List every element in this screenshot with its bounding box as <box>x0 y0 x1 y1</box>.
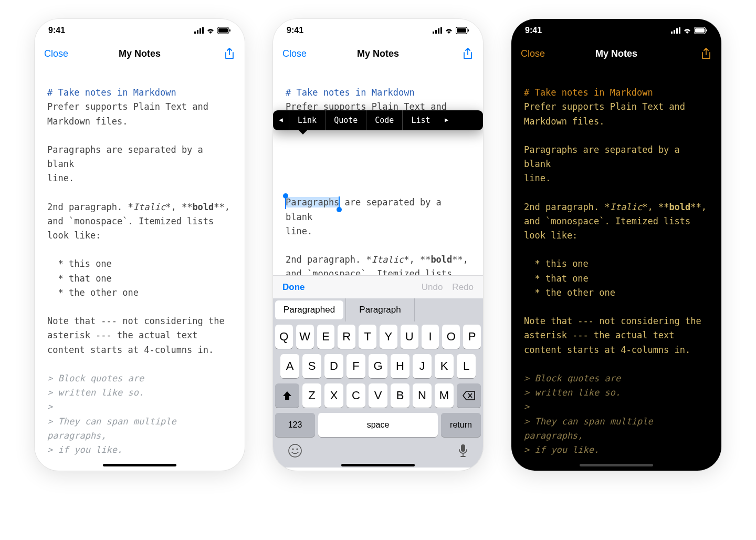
key[interactable]: E <box>317 325 335 349</box>
menu-prev-icon[interactable]: ◀ <box>273 115 289 125</box>
note-line: content starts at 4-columns in. <box>47 345 214 355</box>
note-line: asterisk --- the actual text <box>47 330 198 340</box>
key[interactable]: X <box>324 383 343 408</box>
menu-next-icon[interactable]: ▶ <box>439 115 455 125</box>
menu-item-link[interactable]: Link <box>289 110 325 130</box>
share-icon <box>700 48 712 59</box>
key[interactable]: V <box>369 383 387 408</box>
key[interactable]: K <box>435 354 454 378</box>
note-line: line. <box>47 173 74 183</box>
key[interactable]: L <box>457 354 476 378</box>
note-heading: # Take notes in Markdown <box>286 87 415 98</box>
mic-icon <box>458 443 468 458</box>
key[interactable]: Z <box>302 383 321 408</box>
share-button[interactable] <box>224 48 235 59</box>
note-line: Note that --- not considering the <box>524 316 701 326</box>
note-editor[interactable]: # Take notes in Markdown Prefer supports… <box>511 65 721 471</box>
selection-handle-right[interactable] <box>337 207 342 212</box>
list-item: * the other one <box>524 287 615 298</box>
note-line: and `monospace`. Itemized lists <box>286 268 452 275</box>
key[interactable]: T <box>359 325 376 349</box>
menu-item-code[interactable]: Code <box>366 110 402 130</box>
blockquote-line: > Block quotes are <box>524 373 621 383</box>
key[interactable]: N <box>413 383 432 408</box>
cellular-icon <box>671 27 680 34</box>
key[interactable]: O <box>442 325 460 349</box>
key[interactable]: S <box>302 354 321 378</box>
key[interactable]: U <box>401 325 418 349</box>
key[interactable]: Q <box>275 325 293 349</box>
undo-button[interactable]: Undo <box>422 282 443 293</box>
key[interactable]: I <box>422 325 439 349</box>
status-time: 9:41 <box>287 26 303 35</box>
svg-rect-18 <box>671 32 673 34</box>
note-line: look like: <box>524 230 578 241</box>
keyboard: Q W E R T Y U I O P A S D F G H J K L Z <box>273 321 483 439</box>
key[interactable]: W <box>296 325 314 349</box>
note-line: line. <box>286 226 312 236</box>
key[interactable]: Y <box>380 325 397 349</box>
list-item: * this one <box>47 258 112 269</box>
key[interactable]: H <box>391 354 410 378</box>
key[interactable]: D <box>324 354 343 378</box>
redo-button[interactable]: Redo <box>452 282 474 293</box>
shift-key[interactable] <box>275 383 299 408</box>
key[interactable]: J <box>413 354 432 378</box>
numbers-key[interactable]: 123 <box>275 413 315 437</box>
note-line: line. <box>524 173 551 183</box>
note-line: Paragraphs are separated by a blank <box>286 197 447 222</box>
menu-item-list[interactable]: List <box>402 110 438 130</box>
key[interactable]: R <box>338 325 355 349</box>
close-button[interactable]: Close <box>521 48 545 59</box>
key[interactable]: M <box>435 383 454 408</box>
note-line: asterisk --- the actual text <box>524 330 675 340</box>
key[interactable]: B <box>391 383 410 408</box>
space-key[interactable]: space <box>318 413 438 437</box>
share-button[interactable] <box>462 48 474 59</box>
close-button[interactable]: Close <box>282 48 307 59</box>
key[interactable]: F <box>346 354 365 378</box>
backspace-key[interactable] <box>457 383 481 408</box>
suggestion[interactable]: Paragraphed <box>275 300 343 319</box>
text-selection[interactable]: Paragraphs <box>286 195 339 210</box>
home-indicator[interactable] <box>341 464 415 466</box>
key[interactable]: C <box>346 383 365 408</box>
svg-rect-2 <box>200 28 201 34</box>
keyboard-accessory: Done Undo Redo <box>273 275 483 298</box>
blockquote-line: > They can span multiple <box>524 416 653 427</box>
suggestion[interactable] <box>414 298 483 321</box>
note-line: Paragraphs are separated by a blank <box>47 144 208 169</box>
note-editor[interactable]: # Take notes in Markdown Prefer supports… <box>35 65 245 471</box>
suggestion[interactable]: Paragraph <box>345 298 414 321</box>
blockquote-line: > if you like. <box>524 444 599 455</box>
emoji-key[interactable] <box>288 443 302 460</box>
note-line: content starts at 4-columns in. <box>524 345 690 355</box>
svg-rect-9 <box>438 28 439 34</box>
svg-rect-6 <box>229 29 230 32</box>
home-indicator[interactable] <box>580 464 653 466</box>
status-bar: 9:41 <box>273 19 483 42</box>
nav-bar: Close My Notes <box>511 42 721 65</box>
note-editor[interactable]: # Take notes in Markdown Prefer supports… <box>273 65 483 275</box>
list-item: * the other one <box>47 287 139 298</box>
status-bar: 9:41 <box>35 19 245 42</box>
share-button[interactable] <box>700 48 712 59</box>
note-line: 2nd paragraph. *Italic*, **bold**, <box>47 202 230 212</box>
svg-rect-24 <box>706 29 707 32</box>
cellular-icon <box>433 27 442 34</box>
battery-icon <box>217 27 231 34</box>
home-indicator[interactable] <box>103 464 176 466</box>
dictation-key[interactable] <box>458 443 468 460</box>
done-button[interactable]: Done <box>282 282 305 293</box>
close-button[interactable]: Close <box>44 48 68 59</box>
menu-item-quote[interactable]: Quote <box>325 110 366 130</box>
key[interactable]: G <box>369 354 387 378</box>
key[interactable]: A <box>280 354 299 378</box>
shift-icon <box>282 390 292 401</box>
note-line: look like: <box>47 230 101 241</box>
key[interactable]: P <box>463 325 481 349</box>
phone-light-editing: 9:41 Close My Notes # Take notes in Mark… <box>273 19 483 471</box>
battery-icon <box>456 27 469 34</box>
wifi-icon <box>444 27 454 34</box>
return-key[interactable]: return <box>441 413 481 437</box>
